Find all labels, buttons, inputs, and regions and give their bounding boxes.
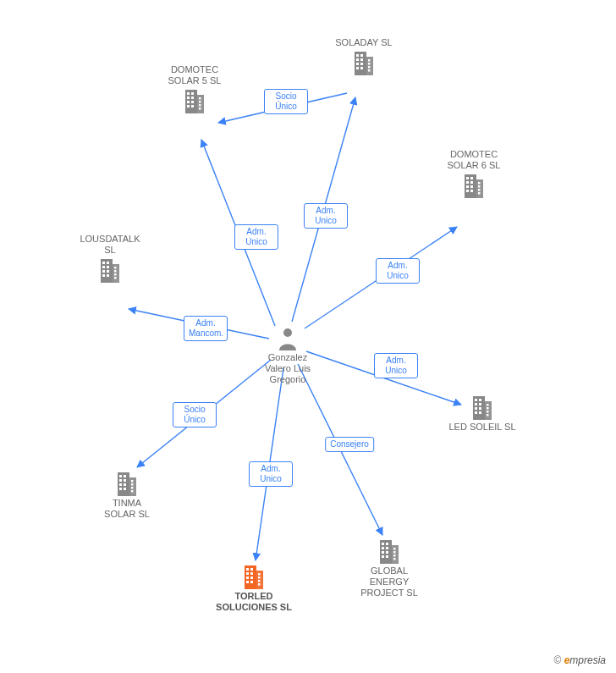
- svg-rect-41: [478, 189, 481, 191]
- svg-rect-102: [107, 262, 109, 264]
- svg-rect-33: [466, 181, 469, 184]
- svg-rect-3: [187, 92, 190, 95]
- svg-rect-7: [187, 101, 190, 103]
- svg-rect-26: [368, 63, 371, 65]
- svg-rect-12: [199, 101, 201, 103]
- svg-rect-88: [124, 475, 126, 477]
- person-node-center[interactable]: Gonzalez Valero Luis Gregorio: [237, 327, 338, 385]
- svg-rect-40: [478, 185, 481, 188]
- svg-rect-53: [487, 404, 489, 406]
- company-label: DOMOTECSOLAR 6 SL: [423, 149, 525, 171]
- edge-label-ledsoleil: Adm.Unico: [374, 353, 418, 378]
- svg-rect-23: [356, 67, 359, 69]
- company-node-ledsoleil[interactable]: LED SOLEIL SL: [432, 393, 533, 433]
- svg-rect-37: [466, 190, 469, 192]
- svg-rect-32: [470, 177, 473, 179]
- company-node-global[interactable]: GLOBALENERGYPROJECT SL: [338, 537, 440, 599]
- edge-label-domotec6: Adm.Unico: [376, 258, 420, 284]
- svg-rect-89: [119, 479, 122, 482]
- svg-rect-68: [393, 551, 396, 554]
- building-icon: [242, 562, 266, 589]
- svg-rect-50: [479, 407, 481, 410]
- svg-rect-92: [124, 483, 126, 486]
- network-diagram: Gonzalez Valero Luis Gregorio DOMOTECSOL…: [0, 0, 616, 673]
- edge-label-domotec5: Adm.Unico: [234, 224, 278, 250]
- svg-rect-24: [360, 67, 363, 69]
- company-label: GLOBALENERGYPROJECT SL: [338, 565, 440, 599]
- svg-rect-28: [368, 69, 371, 72]
- svg-rect-90: [124, 479, 126, 482]
- svg-rect-39: [478, 182, 481, 185]
- svg-rect-94: [124, 488, 126, 490]
- svg-rect-65: [382, 555, 384, 558]
- copyright: © empresia: [553, 654, 606, 666]
- svg-rect-10: [191, 105, 194, 108]
- svg-rect-66: [386, 555, 388, 558]
- svg-rect-42: [478, 192, 481, 195]
- svg-rect-61: [382, 547, 384, 549]
- edge-label-global: Consejero: [325, 437, 374, 452]
- svg-rect-81: [258, 573, 261, 576]
- svg-rect-97: [131, 487, 134, 489]
- svg-rect-31: [466, 177, 469, 179]
- company-node-tinma[interactable]: TINMASOLAR SL: [76, 469, 178, 520]
- svg-rect-84: [258, 583, 261, 586]
- svg-rect-101: [102, 262, 105, 264]
- svg-rect-20: [360, 58, 363, 61]
- svg-rect-112: [114, 277, 117, 279]
- building-icon: [183, 86, 206, 113]
- svg-rect-79: [246, 581, 249, 583]
- svg-rect-67: [393, 548, 396, 550]
- svg-rect-17: [356, 54, 359, 57]
- svg-rect-77: [246, 576, 249, 579]
- svg-rect-45: [475, 399, 477, 401]
- svg-rect-106: [107, 270, 109, 273]
- svg-rect-47: [475, 403, 477, 405]
- svg-rect-107: [102, 274, 105, 277]
- svg-rect-76: [250, 572, 253, 575]
- svg-rect-52: [479, 411, 481, 414]
- svg-rect-108: [107, 274, 109, 277]
- svg-rect-105: [102, 270, 105, 273]
- svg-rect-70: [393, 558, 396, 560]
- svg-rect-56: [487, 414, 489, 416]
- svg-rect-4: [191, 92, 194, 95]
- company-label: SOLADAY SL: [313, 37, 415, 48]
- person-icon: [278, 327, 298, 350]
- svg-rect-110: [114, 270, 117, 273]
- svg-rect-35: [466, 185, 469, 188]
- svg-rect-95: [131, 480, 134, 483]
- company-label: TORLEDSOLUCIONES SL: [203, 591, 305, 613]
- svg-rect-60: [386, 543, 388, 545]
- company-node-soladay[interactable]: SOLADAY SL: [313, 37, 415, 77]
- svg-rect-73: [246, 568, 249, 571]
- svg-rect-74: [250, 568, 253, 571]
- svg-rect-9: [187, 105, 190, 108]
- edge-label-soladay_b: SocioÚnico: [264, 89, 308, 114]
- company-label: LED SOLEIL SL: [432, 422, 533, 433]
- building-icon: [115, 469, 139, 496]
- svg-rect-96: [131, 483, 134, 486]
- company-label: DOMOTECSOLAR 5 SL: [144, 64, 245, 86]
- svg-rect-18: [360, 54, 363, 57]
- svg-rect-55: [487, 411, 489, 413]
- edge-label-tinma: SocioÚnico: [173, 402, 217, 428]
- svg-rect-14: [199, 108, 201, 110]
- svg-rect-103: [102, 266, 105, 268]
- svg-rect-93: [119, 488, 122, 490]
- svg-rect-46: [479, 399, 481, 401]
- company-node-lousdatalk[interactable]: LOUSDATALKSL: [59, 234, 161, 284]
- company-node-domotec5[interactable]: DOMOTECSOLAR 5 SL: [144, 64, 245, 115]
- person-label: Gonzalez Valero Luis Gregorio: [237, 352, 338, 385]
- svg-rect-87: [119, 475, 122, 477]
- svg-rect-19: [356, 58, 359, 61]
- svg-rect-78: [250, 576, 253, 579]
- edge-label-soladay_a: Adm.Unico: [304, 203, 348, 229]
- svg-rect-63: [382, 551, 384, 554]
- company-node-domotec6[interactable]: DOMOTECSOLAR 6 SL: [423, 149, 525, 200]
- svg-rect-91: [119, 483, 122, 486]
- svg-rect-51: [475, 411, 477, 414]
- svg-rect-11: [199, 97, 201, 100]
- svg-point-0: [283, 328, 292, 337]
- company-node-torled[interactable]: TORLEDSOLUCIONES SL: [203, 562, 305, 613]
